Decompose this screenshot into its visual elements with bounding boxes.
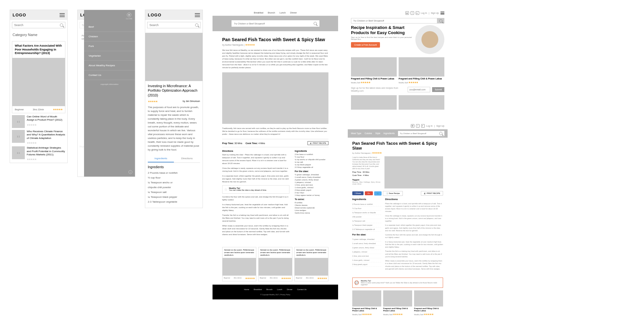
ingredient: 1 small carrot, finely shredded (352, 242, 381, 246)
nav-link[interactable]: Breakfast (254, 12, 263, 14)
related-card[interactable]: Fragrant and Filling Chili & Prawn Laksa… (414, 290, 443, 316)
menu-icon[interactable] (60, 13, 65, 17)
close-button[interactable]: CLOSE (126, 13, 132, 20)
related-card[interactable]: Aenean eu leo quam. Pellentesque ornare … (258, 247, 292, 281)
footer-link[interactable]: Home (244, 288, 249, 290)
related-card[interactable]: Fragrant and Filling Chili & Prawn Laksa… (352, 290, 381, 316)
hero-band (213, 16, 338, 31)
ingredient: ½ green cabbage, shredded (295, 174, 328, 176)
related-card[interactable]: Fragrant and Filling Chili & Prawn Laksa… (383, 290, 412, 316)
signup-link[interactable]: Sign Up (436, 125, 444, 127)
related-card[interactable]: Aenean eu leo quam. Pellentesque ornare … (222, 247, 256, 281)
search-bar[interactable] (398, 131, 444, 136)
nav-item[interactable]: Meal Type (351, 132, 361, 134)
search-input[interactable] (14, 23, 60, 27)
footer-link[interactable]: Contact Us (297, 288, 307, 290)
menu-item[interactable]: Vegetarian (84, 51, 135, 61)
search-icon[interactable] (60, 23, 63, 27)
search-bar[interactable] (232, 20, 319, 27)
search-button[interactable] (437, 18, 444, 23)
card-image (414, 290, 443, 306)
related-card[interactable]: Aenean eu leo quam. Pellentesque ornare … (294, 247, 328, 281)
ingredient: 2-3 tbsp vegetable oil (295, 166, 328, 168)
hero-section: Recipe Inspiration & Smart Products for … (348, 25, 448, 57)
menu-item[interactable]: About Mealthy Recipes (84, 61, 135, 70)
add-icon[interactable]: + (128, 170, 132, 174)
youtube-icon[interactable]: ▸ (416, 11, 419, 15)
search-input[interactable] (234, 23, 314, 25)
card-image (352, 290, 381, 306)
share-facebook[interactable]: f Share (352, 191, 364, 195)
tab-ingredients[interactable]: Ingredients (148, 155, 174, 162)
youtube-icon[interactable]: ▸ (421, 124, 425, 128)
hero-title: Recipe Inspiration & Smart Products for … (351, 25, 413, 35)
menu-panel: CLOSE BeefChickenPorkVegetarianAbout Mea… (84, 10, 135, 177)
submit-button[interactable]: Submit (432, 87, 444, 92)
list-item[interactable]: 1:1 Statistical Arbitrage Strategies and… (12, 146, 65, 161)
search-bar[interactable] (147, 22, 201, 28)
recipe-card[interactable]: Fragrant and Filling Chili & Prawn Laksa… (351, 57, 397, 84)
share-google[interactable]: G+ (365, 191, 373, 195)
menu-icon[interactable] (440, 12, 444, 14)
instagram-icon[interactable]: ◉ (411, 124, 414, 128)
search-icon[interactable] (314, 22, 317, 25)
search-icon[interactable] (195, 23, 198, 27)
card[interactable] (399, 95, 444, 110)
search-input[interactable] (351, 18, 437, 23)
signup-link[interactable]: Sign Up (431, 12, 439, 14)
footer-nav: HomeBreakfastBrunchLunchDinnerContact Us (216, 288, 334, 290)
facebook-icon[interactable]: f (411, 11, 414, 15)
header: LOGO (10, 10, 67, 20)
save-recipe-button[interactable]: 📑 Save Recipe (383, 191, 403, 196)
footer-link[interactable]: Breakfast (254, 288, 262, 290)
menu-icon[interactable] (195, 13, 200, 17)
card-image (259, 258, 292, 276)
search-input[interactable] (400, 132, 439, 135)
share-twitter[interactable]: 🐦 (374, 191, 382, 196)
search-bar[interactable] (12, 22, 65, 28)
nav-item[interactable]: Cuisine (365, 132, 372, 134)
top-bar: ◉ f ▸ Log In | Sign Up (348, 123, 448, 129)
menu-item[interactable]: Pork (84, 41, 135, 51)
login-link[interactable]: Log In (421, 12, 427, 14)
list-item[interactable]: 1:1 Who Receives Climate Finance and Why… (12, 130, 65, 144)
nav-link[interactable]: Dinner (290, 12, 297, 14)
tip-text: Mealthy Tip! Want to save some prep time… (361, 280, 441, 286)
menu-item[interactable]: Chicken (84, 32, 135, 41)
directions-column: Directions Start by making the slaw - Pl… (222, 150, 289, 238)
login-link[interactable]: Log In (426, 125, 432, 127)
direction-step: In a separate bowl, whisk together the g… (222, 175, 289, 183)
instagram-icon[interactable]: ◉ (405, 11, 409, 15)
list-item[interactable]: 1:1 Can Online Word of Mouth Assign a Pr… (12, 115, 65, 128)
menu-item[interactable]: Contact Us (84, 70, 135, 80)
facebook-icon[interactable]: f (416, 124, 420, 128)
footer-link[interactable]: Lunch (277, 288, 282, 290)
search-icon[interactable] (439, 132, 442, 135)
ingredients-heading: Ingredients (295, 150, 328, 152)
footer-link[interactable]: Dinner (287, 288, 293, 290)
featured-card[interactable]: What Factors Are Associated With Poor Ho… (12, 41, 65, 113)
card[interactable] (351, 95, 397, 110)
nav-link[interactable]: Lunch (279, 12, 286, 14)
hero-image (384, 156, 443, 188)
nav-link[interactable]: Brunch (268, 12, 275, 14)
footer-link[interactable]: Brunch (266, 288, 272, 290)
tab-directions[interactable]: Directions (174, 155, 200, 162)
card-title: Fragrant and Filling Chili & Prawn Laksa (399, 78, 444, 80)
cta-button[interactable]: Create a Free Account (351, 42, 380, 48)
print-button[interactable]: 🖨 PRINT RECIPE (308, 141, 328, 145)
directions-heading: Directions (222, 150, 289, 152)
mobile-category-screen: LOGO Category Name What Factors Are Asso… (10, 10, 68, 163)
menu-item[interactable]: Beef (84, 22, 135, 32)
related-recipes: Fragrant and Filling Chili & Prawn Laksa… (348, 290, 448, 319)
nav-item[interactable]: Ingredients (384, 132, 395, 134)
tip-icon: 💬 (355, 280, 359, 285)
ingredient: ¼ Teaspoon salt (148, 191, 200, 194)
print-button[interactable]: 🖨 PRINT RECIPE (421, 191, 443, 196)
recipe-card[interactable]: Fragrant and Filling Chili & Prawn Laksa… (399, 57, 444, 84)
search-input[interactable] (149, 23, 195, 27)
serve-heading: To serve: (295, 198, 328, 200)
slaw-heading: For the slaw: (352, 233, 381, 236)
email-input[interactable] (408, 87, 430, 92)
nav-item[interactable]: Style (375, 132, 381, 134)
